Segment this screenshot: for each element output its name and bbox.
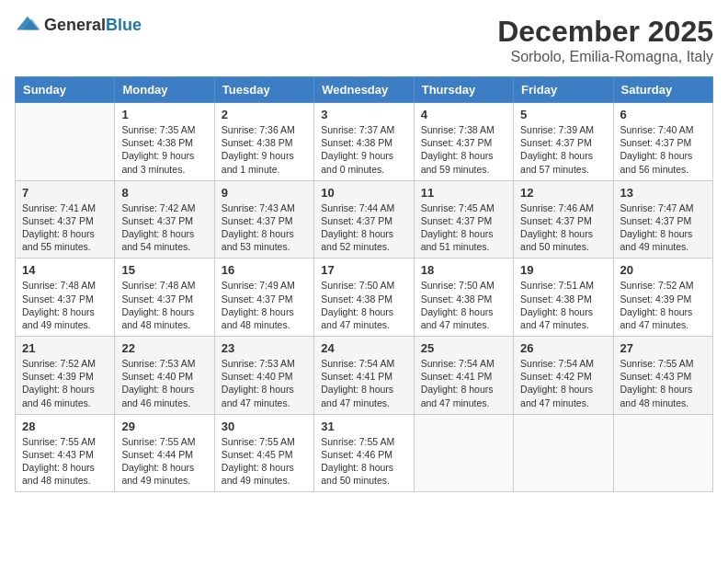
calendar-cell [613,414,712,492]
day-number: 5 [520,108,606,121]
calendar-cell [16,103,115,181]
day-number: 13 [620,186,706,200]
cell-content: Sunrise: 7:37 AMSunset: 4:38 PMDaylight:… [321,123,406,176]
calendar-cell: 29Sunrise: 7:55 AMSunset: 4:44 PMDayligh… [115,414,214,492]
cell-content: Sunrise: 7:46 AMSunset: 4:37 PMDaylight:… [520,201,606,254]
calendar-cell: 1Sunrise: 7:35 AMSunset: 4:38 PMDaylight… [115,103,214,181]
day-number: 14 [22,263,108,277]
calendar-cell: 31Sunrise: 7:55 AMSunset: 4:46 PMDayligh… [314,414,414,492]
cell-content: Sunrise: 7:54 AMSunset: 4:41 PMDaylight:… [421,357,506,409]
day-number: 31 [321,419,406,433]
calendar-cell: 3Sunrise: 7:37 AMSunset: 4:38 PMDaylight… [314,103,414,181]
day-number: 3 [321,108,406,121]
col-header-wednesday: Wednesday [314,77,414,103]
location-title: Sorbolo, Emilia-Romagna, Italy [497,49,713,65]
calendar-cell: 24Sunrise: 7:54 AMSunset: 4:41 PMDayligh… [314,337,414,415]
cell-content: Sunrise: 7:55 AMSunset: 4:43 PMDaylight:… [620,357,706,409]
calendar-cell: 6Sunrise: 7:40 AMSunset: 4:37 PMDaylight… [613,103,712,181]
calendar-cell [514,414,613,492]
cell-content: Sunrise: 7:55 AMSunset: 4:43 PMDaylight:… [22,435,108,488]
logo-icon [15,15,40,35]
cell-content: Sunrise: 7:42 AMSunset: 4:37 PMDaylight:… [121,201,207,254]
day-number: 2 [222,108,307,121]
col-header-thursday: Thursday [414,77,513,103]
day-number: 8 [121,186,207,200]
col-header-sunday: Sunday [16,77,115,103]
cell-content: Sunrise: 7:48 AMSunset: 4:37 PMDaylight:… [121,279,207,331]
calendar-cell: 27Sunrise: 7:55 AMSunset: 4:43 PMDayligh… [613,337,712,415]
calendar-week-3: 21Sunrise: 7:52 AMSunset: 4:39 PMDayligh… [16,337,713,415]
calendar-cell: 16Sunrise: 7:49 AMSunset: 4:37 PMDayligh… [214,259,313,337]
title-section: December 2025 Sorbolo, Emilia-Romagna, I… [497,15,713,65]
calendar-cell: 9Sunrise: 7:43 AMSunset: 4:37 PMDaylight… [214,180,313,259]
calendar-cell: 15Sunrise: 7:48 AMSunset: 4:37 PMDayligh… [115,259,214,337]
cell-content: Sunrise: 7:35 AMSunset: 4:38 PMDaylight:… [121,123,207,176]
calendar-cell: 13Sunrise: 7:47 AMSunset: 4:37 PMDayligh… [613,180,712,259]
cell-content: Sunrise: 7:54 AMSunset: 4:42 PMDaylight:… [520,357,606,409]
calendar-week-2: 14Sunrise: 7:48 AMSunset: 4:37 PMDayligh… [16,259,713,337]
day-number: 24 [321,341,406,355]
cell-content: Sunrise: 7:43 AMSunset: 4:37 PMDaylight:… [222,201,307,254]
cell-content: Sunrise: 7:50 AMSunset: 4:38 PMDaylight:… [421,279,506,331]
calendar-cell: 7Sunrise: 7:41 AMSunset: 4:37 PMDaylight… [16,180,115,259]
calendar-cell: 14Sunrise: 7:48 AMSunset: 4:37 PMDayligh… [16,259,115,337]
day-number: 17 [321,263,406,277]
day-number: 10 [321,186,406,200]
calendar-week-4: 28Sunrise: 7:55 AMSunset: 4:43 PMDayligh… [16,414,713,492]
calendar-cell: 4Sunrise: 7:38 AMSunset: 4:37 PMDaylight… [414,103,513,181]
logo: GeneralBlue [15,15,142,35]
calendar-cell: 26Sunrise: 7:54 AMSunset: 4:42 PMDayligh… [514,337,613,415]
cell-content: Sunrise: 7:55 AMSunset: 4:45 PMDaylight:… [222,435,307,488]
cell-content: Sunrise: 7:48 AMSunset: 4:37 PMDaylight:… [22,279,108,331]
calendar-cell: 25Sunrise: 7:54 AMSunset: 4:41 PMDayligh… [414,337,513,415]
day-number: 11 [421,186,506,200]
calendar-cell: 30Sunrise: 7:55 AMSunset: 4:45 PMDayligh… [214,414,313,492]
cell-content: Sunrise: 7:36 AMSunset: 4:38 PMDaylight:… [222,123,307,176]
day-number: 28 [22,419,108,433]
day-number: 29 [121,419,207,433]
day-number: 12 [520,186,606,200]
cell-content: Sunrise: 7:45 AMSunset: 4:37 PMDaylight:… [421,201,506,254]
cell-content: Sunrise: 7:54 AMSunset: 4:41 PMDaylight:… [321,357,406,409]
calendar-header-row: SundayMondayTuesdayWednesdayThursdayFrid… [16,77,713,103]
day-number: 19 [520,263,606,277]
logo-general: General [44,16,106,34]
cell-content: Sunrise: 7:49 AMSunset: 4:37 PMDaylight:… [222,279,307,331]
day-number: 7 [22,186,108,200]
cell-content: Sunrise: 7:51 AMSunset: 4:38 PMDaylight:… [520,279,606,331]
day-number: 22 [121,341,207,355]
calendar-cell: 28Sunrise: 7:55 AMSunset: 4:43 PMDayligh… [16,414,115,492]
month-title: December 2025 [497,15,713,49]
calendar-cell: 17Sunrise: 7:50 AMSunset: 4:38 PMDayligh… [314,259,414,337]
calendar-cell: 23Sunrise: 7:53 AMSunset: 4:40 PMDayligh… [214,337,313,415]
day-number: 9 [222,186,307,200]
day-number: 15 [121,263,207,277]
calendar-cell: 19Sunrise: 7:51 AMSunset: 4:38 PMDayligh… [514,259,613,337]
cell-content: Sunrise: 7:52 AMSunset: 4:39 PMDaylight:… [22,357,108,409]
day-number: 21 [22,341,108,355]
day-number: 16 [222,263,307,277]
day-number: 4 [421,108,506,121]
cell-content: Sunrise: 7:40 AMSunset: 4:37 PMDaylight:… [620,123,706,176]
calendar-cell: 10Sunrise: 7:44 AMSunset: 4:37 PMDayligh… [314,180,414,259]
logo-blue: Blue [106,16,142,34]
cell-content: Sunrise: 7:55 AMSunset: 4:46 PMDaylight:… [321,435,406,488]
calendar-cell: 5Sunrise: 7:39 AMSunset: 4:37 PMDaylight… [514,103,613,181]
calendar-cell: 22Sunrise: 7:53 AMSunset: 4:40 PMDayligh… [115,337,214,415]
cell-content: Sunrise: 7:53 AMSunset: 4:40 PMDaylight:… [121,357,207,409]
day-number: 23 [222,341,307,355]
calendar-table: SundayMondayTuesdayWednesdayThursdayFrid… [15,76,713,492]
col-header-saturday: Saturday [613,77,712,103]
day-number: 26 [520,341,606,355]
calendar-cell: 21Sunrise: 7:52 AMSunset: 4:39 PMDayligh… [16,337,115,415]
cell-content: Sunrise: 7:50 AMSunset: 4:38 PMDaylight:… [321,279,406,331]
calendar-week-1: 7Sunrise: 7:41 AMSunset: 4:37 PMDaylight… [16,180,713,259]
col-header-tuesday: Tuesday [214,77,313,103]
cell-content: Sunrise: 7:38 AMSunset: 4:37 PMDaylight:… [421,123,506,176]
day-number: 1 [121,108,207,121]
calendar-cell: 11Sunrise: 7:45 AMSunset: 4:37 PMDayligh… [414,180,513,259]
day-number: 18 [421,263,506,277]
cell-content: Sunrise: 7:53 AMSunset: 4:40 PMDaylight:… [222,357,307,409]
calendar-cell: 12Sunrise: 7:46 AMSunset: 4:37 PMDayligh… [514,180,613,259]
col-header-friday: Friday [514,77,613,103]
